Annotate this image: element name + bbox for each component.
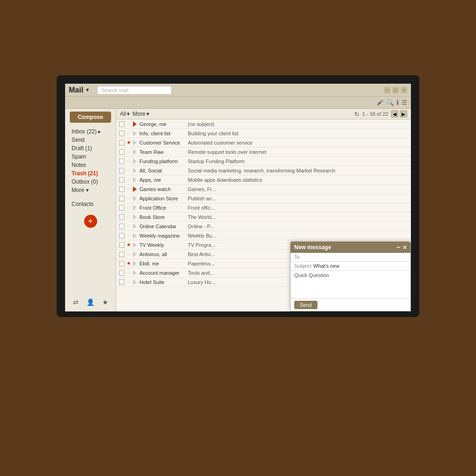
menu-icon[interactable]: ☰ xyxy=(402,99,407,106)
email-checkbox[interactable] xyxy=(119,261,125,266)
sidebar-item-spam[interactable]: Spam xyxy=(70,152,111,161)
star-toggle[interactable]: ☆ xyxy=(126,232,131,238)
star-toggle[interactable]: ☆ xyxy=(126,186,131,192)
search-bar[interactable]: Search mail xyxy=(97,86,172,94)
email-sender: TV Weekly xyxy=(139,242,186,248)
star-toggle[interactable]: ★ xyxy=(126,242,131,248)
email-row[interactable]: ☆ Book Store The World... xyxy=(116,212,411,222)
compose-to-field[interactable]: To xyxy=(291,253,410,262)
email-row[interactable]: ☆ Info, client list Building your client… xyxy=(116,129,411,138)
email-subject: Online - P... xyxy=(188,224,408,229)
minimize-button[interactable]: − xyxy=(384,87,390,93)
screen: Mail ▼ Search mail − □ × 🎤 🔍 ℹ ☰ xyxy=(65,84,411,311)
email-checkbox[interactable] xyxy=(119,279,125,285)
star-toggle[interactable]: ☆ xyxy=(126,223,131,229)
email-subject: The World... xyxy=(188,214,408,220)
sidebar-item-outbox[interactable]: Outbox (0) xyxy=(70,178,111,186)
star-toggle[interactable]: ☆ xyxy=(126,158,131,164)
next-page-button[interactable]: ▶ xyxy=(400,110,407,118)
sidebar-item-more[interactable]: More ▾ xyxy=(70,186,111,194)
star-toggle[interactable]: ☆ xyxy=(126,121,131,127)
sidebar-item-trash[interactable]: Trash (21) xyxy=(70,169,111,178)
important-marker xyxy=(133,186,137,192)
star-toggle[interactable]: ☆ xyxy=(126,130,131,136)
prev-page-button[interactable]: ◀ xyxy=(391,110,398,118)
title-dropdown-arrow[interactable]: ▼ xyxy=(85,87,90,93)
star-icon[interactable]: ★ xyxy=(102,298,108,306)
email-checkbox[interactable] xyxy=(119,242,125,248)
email-checkbox[interactable] xyxy=(119,233,125,238)
compose-fab[interactable]: + xyxy=(84,215,97,228)
compose-button[interactable]: Compose xyxy=(70,112,111,123)
compose-body[interactable]: Quick Question xyxy=(291,271,410,298)
star-toggle[interactable]: ☆ xyxy=(126,149,131,155)
send-button[interactable]: Send xyxy=(294,301,317,309)
email-checkbox[interactable] xyxy=(119,251,125,257)
maximize-button[interactable]: □ xyxy=(392,87,399,93)
email-row[interactable]: ☆ Weekly magazine Weekly Bu... xyxy=(116,231,411,240)
important-marker xyxy=(133,279,137,285)
email-checkbox[interactable] xyxy=(119,121,125,127)
email-checkbox[interactable] xyxy=(119,196,125,201)
compose-subject-field[interactable]: Subject What's new xyxy=(291,262,410,271)
email-checkbox[interactable] xyxy=(119,140,125,145)
compose-minimize-button[interactable]: − xyxy=(397,244,400,251)
sidebar-item-notes[interactable]: Notes xyxy=(70,161,111,169)
sidebar-item-draft[interactable]: Draft (1) xyxy=(70,144,111,152)
mic-icon[interactable]: 🎤 xyxy=(377,99,383,106)
subject-value[interactable]: What's new xyxy=(313,263,407,269)
email-row[interactable]: ☆ All, Social Social media marketing, re… xyxy=(116,166,411,175)
star-toggle[interactable]: ☆ xyxy=(126,195,131,201)
email-row[interactable]: ☆ Games watch Games, Fr... xyxy=(116,185,411,194)
email-checkbox[interactable] xyxy=(119,177,125,183)
people-icon[interactable]: 👤 xyxy=(86,298,94,306)
more-dropdown[interactable]: More ▾ xyxy=(132,111,149,117)
email-row[interactable]: ☆ Application Store Publish an... xyxy=(116,194,411,203)
info-icon[interactable]: ℹ xyxy=(397,99,399,106)
toolbar2: 🎤 🔍 ℹ ☰ xyxy=(65,97,411,109)
sidebar-item-send[interactable]: Send xyxy=(70,136,111,144)
email-checkbox[interactable] xyxy=(119,205,125,211)
star-toggle[interactable]: ☆ xyxy=(126,167,131,173)
refresh-icon[interactable]: ↻ xyxy=(354,111,359,118)
sidebar-nav: Inbox (22) ▸ Send Draft (1) Spam Notes T… xyxy=(65,127,116,194)
email-row[interactable]: ☆ George, me (no subject) xyxy=(116,119,411,129)
sidebar-contacts[interactable]: Contacts xyxy=(65,198,116,210)
email-checkbox[interactable] xyxy=(119,131,125,136)
email-sender: Weekly magazine xyxy=(139,233,186,238)
search-icon[interactable]: 🔍 xyxy=(386,99,394,106)
email-row[interactable]: ☆ Funding platform Startup Funding Platf… xyxy=(116,157,411,166)
star-toggle[interactable]: ☆ xyxy=(126,279,131,285)
email-checkbox[interactable] xyxy=(119,270,125,276)
nav-arrows: ◀ ▶ xyxy=(391,110,407,118)
compose-popup-title: New message xyxy=(294,244,331,251)
email-checkbox[interactable] xyxy=(119,224,125,229)
star-toggle[interactable]: ☆ xyxy=(126,205,131,211)
toolbar2-icons: 🎤 🔍 ℹ ☰ xyxy=(377,99,407,106)
star-toggle[interactable]: ★ xyxy=(126,260,131,266)
sidebar-item-inbox[interactable]: Inbox (22) ▸ xyxy=(70,127,111,136)
email-checkbox[interactable] xyxy=(119,168,125,173)
important-marker-container xyxy=(133,224,138,229)
email-checkbox[interactable] xyxy=(119,149,125,155)
email-subject: Automated customer service xyxy=(188,140,408,145)
email-row[interactable]: ☆ Front Office Front offic... xyxy=(116,203,411,212)
email-checkbox[interactable] xyxy=(119,186,125,192)
email-checkbox[interactable] xyxy=(119,214,125,220)
star-toggle[interactable]: ★ xyxy=(126,139,131,145)
compose-close-button[interactable]: × xyxy=(403,244,407,251)
email-checkbox[interactable] xyxy=(119,159,125,164)
email-row[interactable]: ★ Customer Service Automated customer se… xyxy=(116,138,411,147)
star-toggle[interactable]: ☆ xyxy=(126,251,131,257)
star-toggle[interactable]: ☆ xyxy=(126,177,131,183)
email-subject: Startup Funding Platform xyxy=(188,159,408,164)
swap-icon[interactable]: ⇄ xyxy=(73,298,79,306)
star-toggle[interactable]: ☆ xyxy=(126,270,131,276)
email-row[interactable]: ☆ Apps, me Mobile apps downloads statist… xyxy=(116,175,411,185)
email-row[interactable]: ☆ Online Calendar Online - P... xyxy=(116,222,411,231)
all-dropdown[interactable]: All ▾ xyxy=(120,111,130,117)
star-toggle[interactable]: ☆ xyxy=(126,214,131,220)
email-row[interactable]: ☆ Team Raw Remote support tools over int… xyxy=(116,147,411,157)
to-value[interactable] xyxy=(302,254,407,260)
close-button[interactable]: × xyxy=(401,87,407,93)
